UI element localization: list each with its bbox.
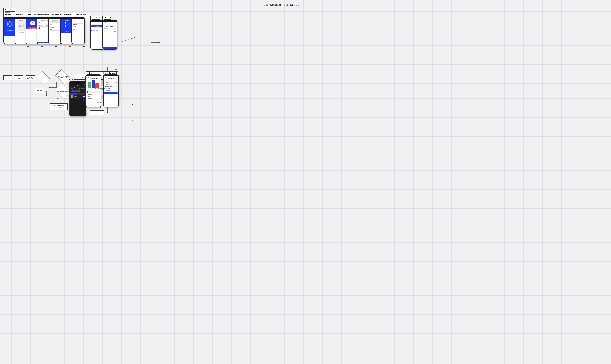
fc-yes-label-3: yes xyxy=(57,98,59,99)
fc-welcome: welcome xyxy=(3,76,12,80)
fc-calc-lbs: calc lbs x 12 xyxy=(90,110,104,115)
fc-save-label: save xyxy=(114,69,117,70)
calc-tdee-ui-title: CalcTdeeUi xyxy=(92,17,100,20)
fc-active-energy-1: active energy / basal energy available? xyxy=(55,71,71,82)
fc-req-hk: req hk permission xyxy=(26,76,35,80)
add-suit-ui-title: AddSuitUi xyxy=(16,14,25,16)
fc-no-label-1: no xyxy=(37,83,39,85)
fc-approved-diamond: approved xyxy=(36,73,50,82)
fc-calc-katch: calc maintenance cal w Katch xyxy=(50,104,68,110)
onboarding-ui-title: OnboardingUi xyxy=(5,9,15,12)
fc-yes-label-1: yes xyxy=(51,77,53,78)
fc-mass-height: mass, height gender available xyxy=(72,94,90,105)
fc-active-energy-2: active energy / basal energy available? xyxy=(92,84,108,95)
fc-username-image: username image xyxy=(14,76,23,80)
fc-blocked: blocked xyxy=(35,88,44,93)
edit-bmr-ui-title: EditBmrUi xyxy=(104,17,111,20)
phone-first-macro: New Measurement Name Target 1 Energy Mac… xyxy=(71,17,85,44)
fc-yes-label-2: yes xyxy=(72,76,73,78)
first-macro-ui-title: FirstMacroTargetUi xyxy=(75,14,88,16)
fc-mass-available: mass available xyxy=(93,98,108,107)
last-updated-label: Last Updated: Tues, Sep 20 xyxy=(264,3,299,6)
phone-edit-bmr: ‹ Back Edit BMR BMR = 2,302 cal Katch Mc… xyxy=(102,20,117,50)
welcome-ui-title: WelcomeUi xyxy=(5,14,14,16)
phone-add-first-suit: New Measurement Measurements are used to… xyxy=(48,17,62,44)
fc-mass-bodyfat: mass, bodyfat available? xyxy=(55,86,71,97)
